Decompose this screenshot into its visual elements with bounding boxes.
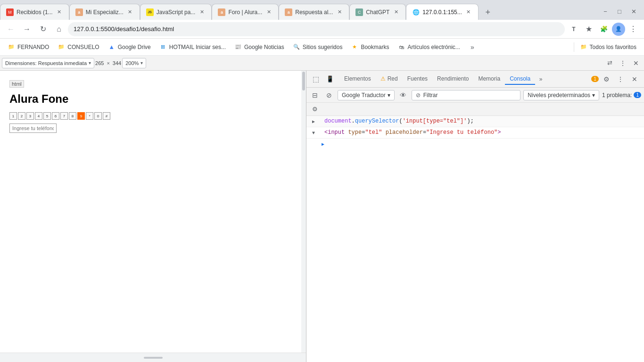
- home-button[interactable]: ⌂: [52, 22, 66, 36]
- html-tag-badge: html: [9, 80, 24, 88]
- back-button[interactable]: ←: [4, 22, 18, 36]
- more-options-button[interactable]: ⋮: [617, 57, 629, 69]
- devtools-panel: ⬚ 📱 Elementos ⚠ Red Fuentes Rendimiento: [306, 71, 644, 362]
- bm-bookmarks-icon: ★: [351, 43, 358, 51]
- tab-respuesta-close[interactable]: ✕: [336, 8, 343, 16]
- expand-output-icon[interactable]: ▼: [310, 130, 317, 136]
- bm-todos-label: Todos los favoritos: [590, 44, 636, 50]
- bm-todos[interactable]: 📁 Todos los favoritos: [576, 41, 640, 53]
- tab-chatgpt-close[interactable]: ✕: [392, 8, 400, 16]
- bm-fernando[interactable]: 📁 FERNANDO: [4, 41, 53, 53]
- bookmarks-bar: 📁 FERNANDO 📁 CONSUELO ▲ Google Drive ⊞ H…: [0, 39, 644, 56]
- phone-key-5[interactable]: 5: [43, 112, 51, 120]
- bm-more-button[interactable]: »: [466, 41, 479, 54]
- tab-local[interactable]: 🌐 127.0.0.1:155... ✕: [406, 4, 478, 20]
- tab-fuentes[interactable]: Fuentes: [403, 74, 432, 85]
- tab-foro-close[interactable]: ✕: [265, 8, 272, 16]
- new-tab-button[interactable]: +: [480, 5, 495, 20]
- phone-input-field[interactable]: [9, 123, 57, 133]
- bm-gnoticias-label: Google Noticias: [244, 44, 284, 50]
- tab-js-title: JavaScript pa...: [157, 9, 196, 16]
- console-block-button[interactable]: ⊘: [323, 90, 335, 101]
- tab-chatgpt[interactable]: C ChatGPT ✕: [349, 4, 406, 20]
- dim-width-value[interactable]: 265: [95, 60, 104, 66]
- tab-alura1[interactable]: a Mi Especializ... ✕: [69, 4, 140, 20]
- phone-key-4[interactable]: 4: [35, 112, 42, 120]
- bm-gdrive[interactable]: ▲ Google Drive: [104, 41, 155, 53]
- inspect-element-button[interactable]: ⬚: [309, 73, 322, 86]
- bm-bookmarks[interactable]: ★ Bookmarks: [347, 41, 393, 53]
- console-gear-button[interactable]: ⚙: [309, 104, 321, 115]
- close-responsive-button[interactable]: ✕: [630, 57, 642, 69]
- browser-viewport: html Alura Fone 1 2 3 4 5 6 7 8 9 * 0 #: [0, 71, 306, 362]
- zoom-selector[interactable]: 200% ▾: [122, 58, 146, 68]
- tab-alura1-close[interactable]: ✕: [126, 8, 134, 16]
- forward-button[interactable]: →: [20, 22, 34, 36]
- dim-height-value[interactable]: 344: [113, 60, 121, 66]
- tab-foro[interactable]: a Foro | Alura... ✕: [212, 4, 279, 20]
- scrollbar-thumb[interactable]: [302, 72, 305, 90]
- phone-key-8[interactable]: 8: [69, 112, 76, 120]
- chatgpt-favicon: C: [355, 8, 363, 16]
- device-toolbar-button[interactable]: 📱: [323, 73, 337, 86]
- bm-articulos[interactable]: 🛍 Artículos electrónic...: [394, 41, 463, 53]
- tab-local-close[interactable]: ✕: [465, 8, 472, 16]
- resize-handle[interactable]: [144, 357, 163, 359]
- levels-dropdown[interactable]: Niveles predeterminados ▾: [523, 90, 599, 100]
- devtools-settings-button[interactable]: ⚙: [600, 73, 613, 86]
- paren-open: (: [399, 118, 402, 124]
- translate-button[interactable]: T: [567, 22, 581, 36]
- eye-button[interactable]: 👁: [397, 90, 409, 101]
- levels-label: Niveles predeterminados: [528, 92, 590, 99]
- tab-elementos[interactable]: Elementos: [339, 74, 376, 85]
- tab-rendimiento[interactable]: Rendimiento: [432, 74, 473, 85]
- phone-key-2[interactable]: 2: [18, 112, 25, 120]
- expand-input-icon[interactable]: ▶: [310, 118, 317, 125]
- profile-button[interactable]: 👤: [612, 23, 625, 36]
- devtools-more-button[interactable]: ⋮: [614, 73, 627, 86]
- phone-key-3[interactable]: 3: [26, 112, 34, 120]
- filter-area[interactable]: ⊘ Filtrar: [412, 90, 521, 100]
- phone-key-7[interactable]: 7: [60, 112, 68, 120]
- phone-key-star[interactable]: *: [86, 112, 93, 120]
- maximize-button[interactable]: □: [613, 5, 626, 18]
- devtools-close-button[interactable]: ✕: [628, 73, 641, 86]
- tab-bar: M Recibidos (1... ✕ a Mi Especializ... ✕…: [0, 0, 644, 20]
- devtools-right-actions: 1 ⚙ ⋮ ✕: [591, 73, 641, 86]
- refresh-button[interactable]: ↻: [36, 22, 50, 36]
- bm-hotmail[interactable]: ⊞ HOTMAIL Iniciar ses...: [156, 41, 230, 53]
- devtools-tabs-more[interactable]: »: [535, 73, 546, 86]
- tab-gmail-close[interactable]: ✕: [56, 8, 63, 16]
- extensions-button[interactable]: 🧩: [597, 22, 611, 36]
- address-bar[interactable]: 127.0.0.1:5500/desafio1/desafio.html: [68, 22, 565, 36]
- bookmark-button[interactable]: ★: [582, 22, 596, 36]
- zoom-level: 200%: [125, 60, 139, 66]
- tab-respuesta[interactable]: a Respuesta al... ✕: [279, 4, 349, 20]
- phone-key-hash[interactable]: #: [103, 112, 110, 120]
- dimension-selector[interactable]: Dimensiones: Respuesta inmediata ▾: [2, 58, 94, 68]
- main-area: html Alura Fone 1 2 3 4 5 6 7 8 9 * 0 #: [0, 71, 644, 362]
- kw-document: document: [324, 118, 352, 124]
- bm-sitios[interactable]: 🔍 Sitios sugeridos: [289, 41, 347, 53]
- phone-key-6[interactable]: 6: [52, 112, 59, 120]
- rotate-button[interactable]: ⇄: [603, 57, 616, 69]
- phone-key-1[interactable]: 1: [9, 112, 17, 120]
- phone-key-0[interactable]: 0: [94, 112, 102, 120]
- phone-key-9[interactable]: 9: [77, 112, 85, 120]
- close-button[interactable]: ✕: [627, 5, 640, 18]
- google-traductor-label: Google Traductor: [342, 92, 386, 99]
- tab-gmail[interactable]: M Recibidos (1... ✕: [0, 4, 69, 20]
- tab-consola[interactable]: Consola: [505, 74, 535, 85]
- tab-js[interactable]: JS JavaScript pa... ✕: [140, 4, 212, 20]
- google-traductor-dropdown[interactable]: Google Traductor ▾: [338, 90, 395, 100]
- expand-more-icon[interactable]: ▶: [320, 141, 326, 148]
- tab-red[interactable]: ⚠ Red: [376, 74, 403, 85]
- minimize-button[interactable]: −: [599, 5, 612, 18]
- tab-js-close[interactable]: ✕: [198, 8, 206, 16]
- bm-consuelo[interactable]: 📁 CONSUELO: [54, 41, 103, 53]
- console-layout-button[interactable]: ⊟: [309, 90, 321, 101]
- menu-button[interactable]: ⋮: [626, 22, 640, 36]
- tab-memoria[interactable]: Memoria: [473, 74, 505, 85]
- dim-height: 344: [113, 60, 121, 66]
- bm-gnoticias[interactable]: 📰 Google Noticias: [231, 41, 288, 53]
